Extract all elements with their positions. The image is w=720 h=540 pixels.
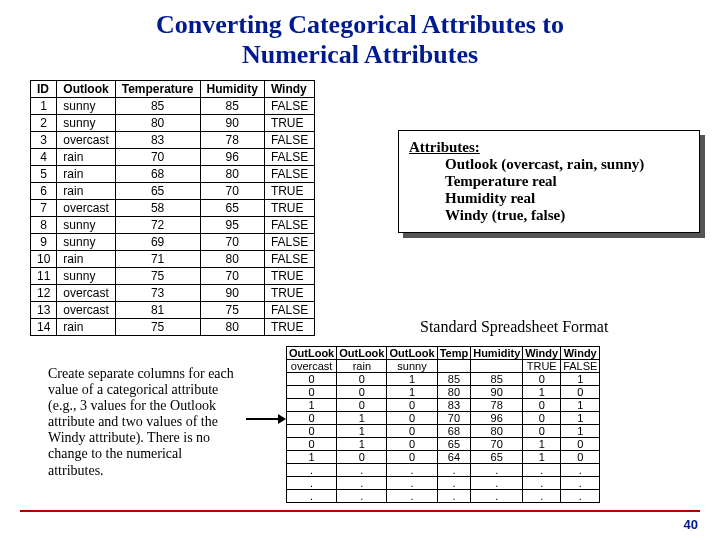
table-cell: 72 xyxy=(115,216,200,233)
table-cell: 80 xyxy=(471,425,523,438)
table-cell: . xyxy=(437,490,471,503)
table-cell: 69 xyxy=(115,233,200,250)
table-cell: 11 xyxy=(31,267,57,284)
table-cell: 65 xyxy=(437,438,471,451)
table-cell: . xyxy=(471,490,523,503)
table-cell: 4 xyxy=(31,148,57,165)
table-cell: . xyxy=(471,477,523,490)
table-cell: sunny xyxy=(57,114,115,131)
table-cell: 80 xyxy=(200,318,264,335)
table-cell: 80 xyxy=(200,250,264,267)
table-cell: 6 xyxy=(31,182,57,199)
table-cell: 1 xyxy=(337,412,387,425)
table-cell: 0 xyxy=(523,425,561,438)
table2-header-sub: rain xyxy=(337,360,387,373)
table-cell: 78 xyxy=(471,399,523,412)
table-cell: 1 xyxy=(337,438,387,451)
table-cell: FALSE xyxy=(264,301,314,318)
table-cell: 1 xyxy=(561,373,600,386)
table-cell: 3 xyxy=(31,131,57,148)
table-cell: 1 xyxy=(523,438,561,451)
table-row: 5rain6880FALSE xyxy=(31,165,315,182)
table-row: 010709601 xyxy=(287,412,600,425)
table-row: 4rain7096FALSE xyxy=(31,148,315,165)
table-cell: FALSE xyxy=(264,97,314,114)
table-cell: 83 xyxy=(437,399,471,412)
table-cell: . xyxy=(337,477,387,490)
table-cell: sunny xyxy=(57,216,115,233)
table-cell: 70 xyxy=(200,267,264,284)
table-cell: 0 xyxy=(561,438,600,451)
table-cell: TRUE xyxy=(264,318,314,335)
table-cell: 12 xyxy=(31,284,57,301)
table-row: 100646510 xyxy=(287,451,600,464)
table-cell: 85 xyxy=(437,373,471,386)
table-cell: 0 xyxy=(387,438,437,451)
table-row: 8sunny7295FALSE xyxy=(31,216,315,233)
table-cell: 0 xyxy=(287,386,337,399)
table-cell: 58 xyxy=(115,199,200,216)
table1-header: Humidity xyxy=(200,80,264,97)
table1-header: Windy xyxy=(264,80,314,97)
table1-header: Outlook xyxy=(57,80,115,97)
table-cell: 80 xyxy=(437,386,471,399)
table-cell: 0 xyxy=(523,399,561,412)
table-row: 11sunny7570TRUE xyxy=(31,267,315,284)
table-row: 10rain7180FALSE xyxy=(31,250,315,267)
table-cell: 1 xyxy=(337,425,387,438)
table-row: 3overcast8378FALSE xyxy=(31,131,315,148)
table2-header-sub: overcast xyxy=(287,360,337,373)
table-row: 001809010 xyxy=(287,386,600,399)
table-cell: 13 xyxy=(31,301,57,318)
table-cell: 0 xyxy=(287,438,337,451)
table2-header-sub xyxy=(437,360,471,373)
table-cell: 75 xyxy=(115,267,200,284)
slide-title: Converting Categorical Attributes to Num… xyxy=(0,0,720,76)
table-cell: . xyxy=(437,477,471,490)
table-cell: FALSE xyxy=(264,233,314,250)
table-cell: 14 xyxy=(31,318,57,335)
table-cell: 78 xyxy=(200,131,264,148)
table-cell: . xyxy=(561,464,600,477)
table-row: 7overcast5865TRUE xyxy=(31,199,315,216)
table-row: 001858501 xyxy=(287,373,600,386)
table-cell: 70 xyxy=(200,233,264,250)
table-row: 9sunny6970FALSE xyxy=(31,233,315,250)
table2-header-top: OutLook xyxy=(337,347,387,360)
table-cell: 2 xyxy=(31,114,57,131)
converted-table: OutLookOutLookOutLookTempHumidityWindyWi… xyxy=(286,346,600,503)
table-cell: 9 xyxy=(31,233,57,250)
table-row: 010657010 xyxy=(287,438,600,451)
table-cell: 65 xyxy=(200,199,264,216)
table-cell: rain xyxy=(57,250,115,267)
table-cell: TRUE xyxy=(264,114,314,131)
table-cell: rain xyxy=(57,318,115,335)
table-cell: 90 xyxy=(200,284,264,301)
table-cell: 0 xyxy=(337,451,387,464)
table-cell: 0 xyxy=(337,386,387,399)
table2-header-top: Temp xyxy=(437,347,471,360)
table-cell: 0 xyxy=(287,425,337,438)
table-cell: 95 xyxy=(200,216,264,233)
table-cell: 1 xyxy=(31,97,57,114)
table-cell: 1 xyxy=(287,399,337,412)
table-cell: 80 xyxy=(115,114,200,131)
table-cell: 0 xyxy=(287,412,337,425)
table-cell: 70 xyxy=(115,148,200,165)
table-cell: 0 xyxy=(561,386,600,399)
table-cell: FALSE xyxy=(264,131,314,148)
table-cell: 68 xyxy=(437,425,471,438)
title-line-1: Converting Categorical Attributes to xyxy=(156,10,564,39)
table-cell: 0 xyxy=(387,412,437,425)
table-cell: . xyxy=(287,464,337,477)
table-cell: 0 xyxy=(523,412,561,425)
table-cell: 1 xyxy=(561,412,600,425)
table-cell: 0 xyxy=(287,373,337,386)
converted-table-caption: Standard Spreadsheet Format xyxy=(420,318,608,336)
table2-header-top: Windy xyxy=(561,347,600,360)
table-cell: 70 xyxy=(200,182,264,199)
table-cell: 0 xyxy=(387,425,437,438)
table-cell: . xyxy=(437,464,471,477)
table-cell: 8 xyxy=(31,216,57,233)
table-cell: 96 xyxy=(471,412,523,425)
